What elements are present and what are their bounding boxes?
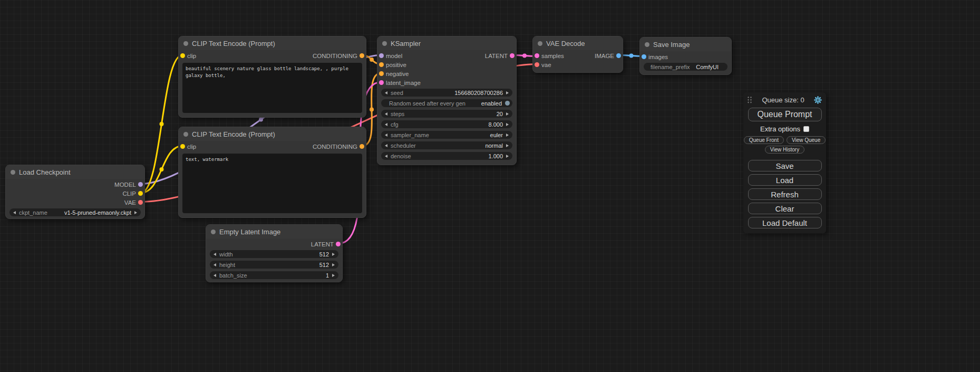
node-clip-text-encode-positive[interactable]: CLIP Text Encode (Prompt) clip CONDITION… xyxy=(178,36,366,118)
refresh-button[interactable]: Refresh xyxy=(748,188,822,200)
prompt-textarea-negative[interactable]: text, watermark xyxy=(182,154,362,213)
slot-dot-latent-output-icon[interactable] xyxy=(510,53,515,58)
node-title-bar[interactable]: Empty Latent Image xyxy=(206,225,342,239)
view-queue-button[interactable]: View Queue xyxy=(787,136,826,144)
widget-ckpt-name[interactable]: ckpt_name v1-5-pruned-emaonly.ckpt xyxy=(9,208,141,216)
slot-dot-clip-input-icon[interactable] xyxy=(180,144,185,149)
node-ksampler[interactable]: KSampler model LATENT positive negative … xyxy=(377,36,517,165)
decrement-arrow-icon[interactable] xyxy=(214,263,216,266)
decrement-arrow-icon[interactable] xyxy=(214,274,216,277)
collapse-dot-icon[interactable] xyxy=(382,41,387,46)
node-title-bar[interactable]: CLIP Text Encode (Prompt) xyxy=(179,36,366,50)
increment-arrow-icon[interactable] xyxy=(506,155,509,158)
node-title-bar[interactable]: Save Image xyxy=(640,37,731,51)
slot-dot-image-icon[interactable] xyxy=(616,53,621,58)
widget-random-seed-toggle[interactable]: Random seed after every gen enabled xyxy=(381,99,512,107)
drag-handle-icon[interactable] xyxy=(747,96,752,103)
load-button[interactable]: Load xyxy=(748,174,822,186)
decrement-arrow-icon[interactable] xyxy=(385,133,387,137)
decrement-arrow-icon[interactable] xyxy=(214,253,216,256)
collapse-dot-icon[interactable] xyxy=(211,230,216,234)
decrement-arrow-icon[interactable] xyxy=(385,123,387,126)
input-slot-vae[interactable]: vae xyxy=(533,60,623,69)
output-slot-vae[interactable]: VAE xyxy=(6,198,144,207)
widget-batch-size[interactable]: batch_size 1 xyxy=(210,271,338,279)
slot-dot-positive-icon[interactable] xyxy=(379,62,384,67)
node-load-checkpoint[interactable]: Load Checkpoint MODEL CLIP VAE ckpt_name… xyxy=(5,165,145,219)
input-slot-latent-image[interactable]: latent_image xyxy=(377,78,516,87)
increment-arrow-icon[interactable] xyxy=(506,123,509,126)
node-vae-decode[interactable]: VAE Decode samples IMAGE vae xyxy=(532,36,623,73)
increment-arrow-icon[interactable] xyxy=(332,253,335,256)
node-title-bar[interactable]: CLIP Text Encode (Prompt) xyxy=(179,127,366,141)
slot-dot-clip-input-icon[interactable] xyxy=(180,53,185,58)
input-slot-positive[interactable]: positive xyxy=(377,60,516,69)
slot-dot-latent-icon[interactable] xyxy=(336,242,341,246)
widget-seed[interactable]: seed 156680208700286 xyxy=(381,89,512,97)
clear-button[interactable]: Clear xyxy=(748,203,822,214)
decrement-arrow-icon[interactable] xyxy=(385,155,387,158)
slot-row-clip-conditioning[interactable]: clip CONDITIONING xyxy=(179,51,366,60)
node-title-bar[interactable]: VAE Decode xyxy=(533,36,623,50)
slot-dot-images-icon[interactable] xyxy=(642,54,646,59)
decrement-arrow-icon[interactable] xyxy=(13,211,16,214)
output-slot-latent[interactable]: LATENT xyxy=(206,240,342,249)
increment-arrow-icon[interactable] xyxy=(332,263,335,266)
decrement-arrow-icon[interactable] xyxy=(385,112,387,116)
prompt-textarea-positive[interactable]: beautiful scenery nature glass bottle la… xyxy=(182,63,362,113)
collapse-dot-icon[interactable] xyxy=(645,42,649,47)
node-title-bar[interactable]: Load Checkpoint xyxy=(6,165,144,179)
increment-arrow-icon[interactable] xyxy=(506,144,509,147)
slot-dot-latent-image-icon[interactable] xyxy=(379,80,384,85)
collapse-dot-icon[interactable] xyxy=(183,132,188,137)
output-slot-model[interactable]: MODEL xyxy=(6,180,144,189)
widget-steps[interactable]: steps 20 xyxy=(381,110,512,118)
increment-arrow-icon[interactable] xyxy=(506,112,509,116)
widget-scheduler[interactable]: scheduler normal xyxy=(381,141,512,149)
slot-dot-samples-icon[interactable] xyxy=(535,53,539,58)
increment-arrow-icon[interactable] xyxy=(332,274,335,277)
widget-sampler-name[interactable]: sampler_name euler xyxy=(381,131,512,139)
slot-dot-vae-icon[interactable] xyxy=(138,200,143,205)
input-slot-images[interactable]: images xyxy=(640,52,731,61)
widget-height[interactable]: height 512 xyxy=(210,261,338,269)
slot-dot-model-icon[interactable] xyxy=(138,182,143,187)
increment-arrow-icon[interactable] xyxy=(506,91,509,94)
queue-front-button[interactable]: Queue Front xyxy=(744,136,784,144)
slot-row-clip-conditioning[interactable]: clip CONDITIONING xyxy=(179,142,366,151)
slot-dot-conditioning-icon[interactable] xyxy=(360,53,364,58)
slot-dot-vae-input-icon[interactable] xyxy=(535,62,539,67)
decrement-arrow-icon[interactable] xyxy=(385,91,387,94)
node-empty-latent-image[interactable]: Empty Latent Image LATENT width 512 heig… xyxy=(206,224,343,282)
collapse-dot-icon[interactable] xyxy=(538,41,542,46)
extra-options-checkbox[interactable] xyxy=(803,126,809,132)
input-slot-negative[interactable]: negative xyxy=(377,69,516,78)
widget-filename-prefix[interactable]: filename_prefix ComfyUI xyxy=(644,63,727,71)
decrement-arrow-icon[interactable] xyxy=(385,144,387,147)
widget-denoise[interactable]: denoise 1.000 xyxy=(381,152,512,160)
view-history-button[interactable]: View History xyxy=(765,146,804,154)
collapse-dot-icon[interactable] xyxy=(11,170,15,175)
slot-dot-model-input-icon[interactable] xyxy=(379,53,384,58)
slot-row-samples-image[interactable]: samples IMAGE xyxy=(533,51,623,60)
increment-arrow-icon[interactable] xyxy=(506,133,509,137)
toggle-dot-icon[interactable] xyxy=(505,101,510,106)
slot-row-model-latent[interactable]: model LATENT xyxy=(377,51,516,60)
queue-prompt-button[interactable]: Queue Prompt xyxy=(748,108,822,121)
increment-arrow-icon[interactable] xyxy=(134,211,137,214)
widget-width[interactable]: width 512 xyxy=(210,250,338,258)
output-slot-clip[interactable]: CLIP xyxy=(6,189,144,198)
slot-dot-clip-icon[interactable] xyxy=(138,191,143,196)
save-button[interactable]: Save xyxy=(748,160,822,171)
settings-gear-icon[interactable] xyxy=(814,96,822,104)
node-clip-text-encode-negative[interactable]: CLIP Text Encode (Prompt) clip CONDITION… xyxy=(178,127,366,218)
node-title-bar[interactable]: KSampler xyxy=(377,36,516,50)
slot-dot-conditioning-icon[interactable] xyxy=(360,144,364,149)
node-save-image[interactable]: Save Image images filename_prefix ComfyU… xyxy=(639,37,732,75)
widget-cfg[interactable]: cfg 8.000 xyxy=(381,120,512,128)
load-default-button[interactable]: Load Default xyxy=(748,217,822,228)
widget-value: euler xyxy=(432,132,503,138)
collapse-dot-icon[interactable] xyxy=(183,41,188,46)
node-graph-canvas[interactable]: Load Checkpoint MODEL CLIP VAE ckpt_name… xyxy=(0,0,980,372)
slot-dot-negative-icon[interactable] xyxy=(379,71,384,76)
